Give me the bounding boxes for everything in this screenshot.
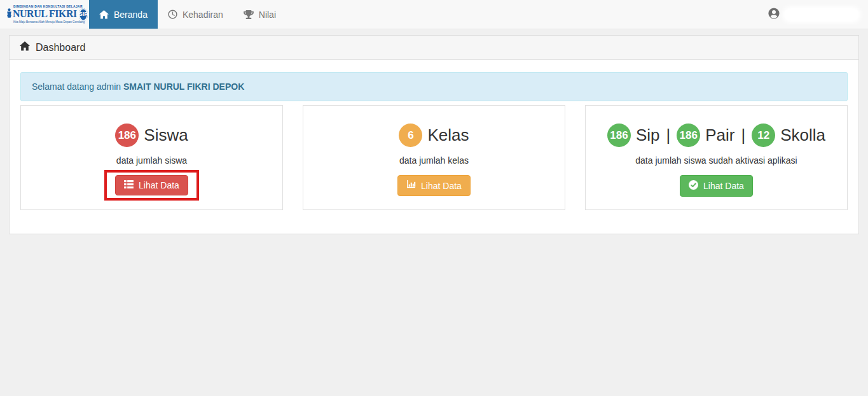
welcome-text: Selamat datang admin bbox=[32, 81, 121, 92]
top-navbar: BIMBINGAN DAN KONSULTASI BELAJAR NURUL F… bbox=[0, 0, 868, 29]
nav-item-beranda[interactable]: Beranda bbox=[89, 0, 158, 29]
brand-logo[interactable]: BIMBINGAN DAN KONSULTASI BELAJAR NURUL F… bbox=[0, 0, 89, 29]
card-title-label: Siswa bbox=[144, 124, 188, 147]
dashboard-panel: Dashboard Selamat datang admin SMAIT NUR… bbox=[9, 35, 859, 234]
nav-item-kehadiran[interactable]: Kehadiran bbox=[158, 0, 233, 29]
card-siswa-description: data jumlah siswa bbox=[21, 155, 282, 166]
logo-tagline: Kita Maju Bersama Allah Menuju Masa Depa… bbox=[13, 21, 85, 24]
person-logo-icon bbox=[6, 8, 12, 20]
welcome-alert: Selamat datang admin SMAIT NURUL FIKRI D… bbox=[20, 72, 848, 101]
card-siswa-title: 186 Siswa bbox=[21, 124, 282, 147]
skolla-label: Skolla bbox=[780, 124, 825, 147]
bar-chart-icon bbox=[406, 180, 416, 191]
user-avatar-icon bbox=[768, 8, 780, 22]
kelas-count-badge: 6 bbox=[399, 124, 422, 147]
check-circle-icon bbox=[689, 180, 698, 192]
home-icon bbox=[20, 41, 30, 53]
school-name: SMAIT NURUL FIKRI DEPOK bbox=[123, 81, 244, 92]
card-kelas-title: 6 Kelas bbox=[303, 124, 565, 147]
page-title: Dashboard bbox=[36, 42, 85, 53]
card-aktivasi: 186 Sip | 186 Pair | 12 Skolla data juml… bbox=[585, 105, 848, 210]
logo-sip-badge: SIP bbox=[79, 8, 88, 21]
card-aktivasi-action: Lihat Data bbox=[586, 175, 847, 197]
home-icon bbox=[99, 10, 109, 19]
lihat-data-kelas-button[interactable]: Lihat Data bbox=[397, 175, 471, 196]
card-aktivasi-description: data jumlah siswa sudah aktivasi aplikas… bbox=[586, 155, 847, 166]
skolla-count-badge: 12 bbox=[752, 124, 775, 147]
pair-count-badge: 186 bbox=[677, 124, 700, 147]
trophy-icon bbox=[244, 10, 254, 19]
separator: | bbox=[741, 124, 746, 147]
card-title-label: Kelas bbox=[427, 124, 469, 147]
sip-count-badge: 186 bbox=[607, 124, 631, 147]
logo-brand-text: NURUL FIKRI bbox=[13, 9, 77, 20]
pair-label: Pair bbox=[705, 124, 734, 147]
nav-label: Beranda bbox=[114, 10, 148, 20]
card-siswa: 186 Siswa data jumlah siswa Lihat Data bbox=[20, 105, 283, 210]
card-kelas: 6 Kelas data jumlah kelas Lihat Data bbox=[303, 105, 565, 210]
lihat-data-siswa-button[interactable]: Lihat Data bbox=[115, 175, 188, 195]
username-redacted bbox=[784, 8, 859, 21]
nav-item-nilai[interactable]: Nilai bbox=[233, 0, 286, 29]
stat-cards-row: 186 Siswa data jumlah siswa Lihat Data bbox=[20, 105, 848, 210]
lihat-data-aktivasi-button[interactable]: Lihat Data bbox=[680, 175, 753, 197]
card-kelas-description: data jumlah kelas bbox=[303, 155, 565, 166]
panel-heading: Dashboard bbox=[10, 36, 858, 60]
siswa-count-badge: 186 bbox=[115, 124, 139, 147]
clock-icon bbox=[168, 10, 177, 19]
separator: | bbox=[666, 124, 670, 147]
button-label: Lihat Data bbox=[139, 180, 179, 190]
sip-label: Sip bbox=[636, 124, 660, 147]
button-label: Lihat Data bbox=[703, 181, 744, 191]
th-list-icon bbox=[124, 180, 134, 190]
highlight-annotation-box: Lihat Data bbox=[104, 170, 199, 201]
nav-label: Kehadiran bbox=[183, 10, 223, 20]
card-siswa-action: Lihat Data bbox=[21, 175, 282, 197]
panel-body: Selamat datang admin SMAIT NURUL FIKRI D… bbox=[10, 60, 858, 234]
card-kelas-action: Lihat Data bbox=[303, 175, 565, 197]
button-label: Lihat Data bbox=[421, 181, 462, 191]
nav-label: Nilai bbox=[259, 10, 276, 20]
user-menu[interactable] bbox=[768, 0, 868, 29]
main-nav: Beranda Kehadiran Nilai bbox=[89, 0, 286, 29]
card-aktivasi-title: 186 Sip | 186 Pair | 12 Skolla bbox=[586, 124, 847, 147]
